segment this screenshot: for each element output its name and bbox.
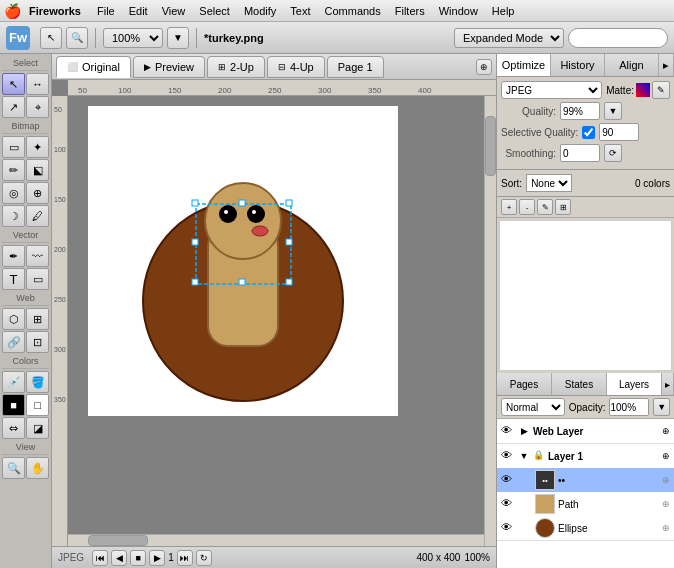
tab-layers[interactable]: Layers — [607, 373, 662, 395]
swap-colors[interactable]: ⇔ — [2, 417, 25, 439]
shape-tool[interactable]: ▭ — [26, 268, 49, 290]
layer-object-ellipse[interactable]: 👁 Ellipse ⊕ — [497, 516, 674, 540]
delete-swatch[interactable]: - — [519, 199, 535, 215]
app-name[interactable]: Fireworks — [29, 5, 81, 17]
text-tool[interactable]: T — [2, 268, 25, 290]
ellipse-options[interactable]: ⊕ — [662, 523, 670, 533]
eyes-eye-toggle[interactable]: 👁 — [501, 473, 515, 487]
path-eye-toggle[interactable]: 👁 — [501, 497, 515, 511]
play-next-btn[interactable]: ⏭ — [177, 550, 193, 566]
opacity-input[interactable] — [609, 398, 649, 416]
tab-states[interactable]: States — [552, 373, 607, 395]
subselect-tool[interactable]: ↗ — [2, 96, 25, 118]
tab-preview[interactable]: ▶ Preview — [133, 56, 205, 78]
layer1-toggle[interactable]: ▼ — [518, 450, 530, 462]
apple-menu[interactable]: 🍎 — [4, 3, 21, 19]
menu-edit[interactable]: Edit — [129, 5, 148, 17]
menu-modify[interactable]: Modify — [244, 5, 276, 17]
eyedropper-tool[interactable]: 💉 — [2, 371, 25, 393]
hand-tool[interactable]: ✋ — [26, 457, 49, 479]
loop-btn[interactable]: ↻ — [196, 550, 212, 566]
stroke-color[interactable]: ■ — [2, 394, 25, 416]
tab-align[interactable]: Align — [605, 54, 659, 76]
web-layer-toggle[interactable]: ▶ — [518, 425, 530, 437]
layer1-lock[interactable]: 🔒 — [533, 450, 545, 462]
selective-checkbox[interactable] — [582, 126, 595, 139]
blend-mode-select[interactable]: Normal — [501, 398, 565, 416]
scale-tool[interactable]: ↔ — [26, 73, 49, 95]
web-layer-eye[interactable]: 👁 — [501, 424, 515, 438]
smoothing-dropdown[interactable]: ⟳ — [604, 144, 622, 162]
scrollbar-v-thumb[interactable] — [485, 116, 496, 176]
menu-file[interactable]: File — [97, 5, 115, 17]
pencil-tool[interactable]: ✏ — [2, 159, 25, 181]
ellipse-eye-toggle[interactable]: 👁 — [501, 521, 515, 535]
magic-wand[interactable]: ✦ — [26, 136, 49, 158]
eraser-tool[interactable]: ⬕ — [26, 159, 49, 181]
menu-select[interactable]: Select — [199, 5, 230, 17]
tab-2up[interactable]: ⊞ 2-Up — [207, 56, 265, 78]
layer-object-eyes[interactable]: 👁 •• •• ⊕ — [497, 468, 674, 492]
fill-color[interactable]: □ — [26, 394, 49, 416]
edit-swatch[interactable]: ✎ — [537, 199, 553, 215]
play-forward-btn[interactable]: ▶ — [149, 550, 165, 566]
scrollbar-h-thumb[interactable] — [88, 535, 148, 546]
pen-tool[interactable]: ✒ — [2, 245, 25, 267]
menu-text[interactable]: Text — [290, 5, 310, 17]
canvas-area[interactable]: 50 100 150 200 250 300 350 400 50 100 15… — [52, 80, 496, 546]
matte-edit[interactable]: ✎ — [652, 81, 670, 99]
zoom-view-tool[interactable]: 🔍 — [2, 457, 25, 479]
panel-collapse-btn[interactable]: ▸ — [659, 54, 674, 76]
play-stop-btn[interactable]: ■ — [130, 550, 146, 566]
add-to-swatches[interactable]: + — [501, 199, 517, 215]
zoom-dropdown[interactable]: ▼ — [167, 27, 189, 49]
play-back-btn[interactable]: ◀ — [111, 550, 127, 566]
quality-input[interactable] — [560, 102, 600, 120]
menu-filters[interactable]: Filters — [395, 5, 425, 17]
quality-dropdown[interactable]: ▼ — [604, 102, 622, 120]
vector-path[interactable]: 〰 — [26, 245, 49, 267]
canvas-options-btn[interactable]: ⊕ — [476, 59, 492, 75]
path-options[interactable]: ⊕ — [662, 499, 670, 509]
dodge-tool[interactable]: ☽ — [2, 205, 25, 227]
tab-history[interactable]: History — [551, 54, 605, 76]
paint-bucket[interactable]: 🪣 — [26, 371, 49, 393]
sort-select[interactable]: None — [526, 174, 572, 192]
tab-4up[interactable]: ⊟ 4-Up — [267, 56, 325, 78]
blur-tool[interactable]: ◎ — [2, 182, 25, 204]
slice-tool[interactable]: ⊞ — [26, 308, 49, 330]
web-layer-item[interactable]: 👁 ▶ Web Layer ⊕ — [497, 419, 674, 443]
layer-object-path[interactable]: 👁 Path ⊕ — [497, 492, 674, 516]
tab-page1[interactable]: Page 1 — [327, 56, 384, 78]
zoom-select[interactable]: 100% — [103, 28, 163, 48]
tab-original[interactable]: ⬜ Original — [56, 56, 131, 78]
menu-view[interactable]: View — [162, 5, 186, 17]
pointer-tool[interactable]: ↖ — [40, 27, 62, 49]
select-tool[interactable]: ↖ — [2, 73, 25, 95]
scrollbar-vertical[interactable] — [484, 96, 496, 546]
snap-swatch[interactable]: ⊞ — [555, 199, 571, 215]
tab-optimize[interactable]: Optimize — [497, 54, 551, 76]
layer1-eye[interactable]: 👁 — [501, 449, 515, 463]
search-tool[interactable]: 🔍 — [66, 27, 88, 49]
hotspot-tool[interactable]: ⬡ — [2, 308, 25, 330]
marquee-tool[interactable]: ▭ — [2, 136, 25, 158]
lasso-tool[interactable]: ⌖ — [26, 96, 49, 118]
rubber-stamp[interactable]: ⊕ — [26, 182, 49, 204]
layer1-options-icon[interactable]: ⊕ — [662, 451, 670, 461]
tab-pages[interactable]: Pages — [497, 373, 552, 395]
smoothing-input[interactable] — [560, 144, 600, 162]
menu-help[interactable]: Help — [492, 5, 515, 17]
opacity-dropdown[interactable]: ▼ — [653, 398, 670, 416]
mode-select[interactable]: Expanded Mode — [454, 28, 564, 48]
search-input[interactable] — [568, 28, 668, 48]
link-tool[interactable]: 🔗 — [2, 331, 25, 353]
format-select[interactable]: JPEG — [501, 81, 602, 99]
eyes-options[interactable]: ⊕ — [662, 475, 670, 485]
layer1-item[interactable]: 👁 ▼ 🔒 Layer 1 ⊕ — [497, 444, 674, 468]
selective-input[interactable] — [599, 123, 639, 141]
web-layer-options-icon[interactable]: ⊕ — [662, 426, 670, 436]
menu-commands[interactable]: Commands — [325, 5, 381, 17]
matte-color[interactable] — [636, 83, 650, 97]
image-map[interactable]: ⊡ — [26, 331, 49, 353]
